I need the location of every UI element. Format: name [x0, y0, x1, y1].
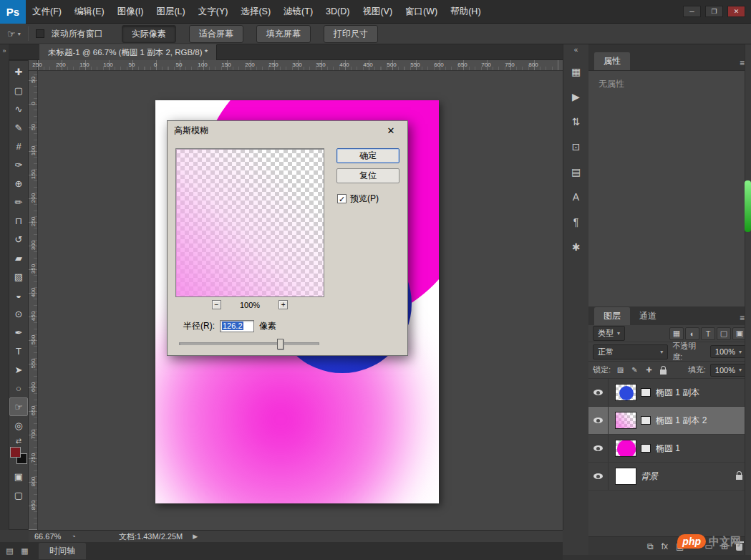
filter-adjustment-layers-icon[interactable]: ◐: [685, 327, 699, 340]
visibility-toggle[interactable]: [588, 379, 609, 406]
pen-tool[interactable]: ✒: [9, 323, 28, 342]
lock-position-icon[interactable]: ✚: [644, 365, 654, 375]
tab-timeline[interactable]: 时间轴: [39, 543, 86, 559]
clone-source-panel-icon[interactable]: ⊡: [567, 137, 586, 156]
gradient-tool[interactable]: ▧: [9, 267, 28, 286]
zoom-in-button[interactable]: +: [278, 300, 288, 309]
brush-panel-icon[interactable]: ⇅: [567, 112, 586, 131]
visibility-toggle[interactable]: [588, 435, 609, 462]
layer-row[interactable]: 椭圆 1 副本 2: [588, 407, 751, 435]
menu-item[interactable]: 文字(Y): [192, 0, 235, 24]
layer-row[interactable]: 椭圆 1 副本: [588, 379, 751, 407]
options-button[interactable]: 填充屏幕: [256, 25, 311, 43]
tab-channels[interactable]: 通道: [630, 307, 666, 325]
status-flyout-arrow[interactable]: ▶: [193, 533, 198, 540]
clone-stamp-tool[interactable]: ⊓: [9, 211, 28, 230]
layer-name[interactable]: 椭圆 1: [656, 443, 680, 455]
eyedropper-tool[interactable]: ✑: [9, 155, 28, 174]
menu-item[interactable]: 选择(S): [234, 0, 277, 24]
layer-thumbnail[interactable]: [615, 384, 636, 401]
layer-effects-icon[interactable]: fx: [662, 541, 668, 551]
tool-presets-panel-icon[interactable]: ✱: [567, 238, 586, 256]
dialog-title-bar[interactable]: 高斯模糊 ✕: [168, 121, 407, 140]
minimize-button[interactable]: ─: [683, 6, 701, 17]
visibility-toggle[interactable]: [588, 407, 609, 434]
tab-properties[interactable]: 属性: [594, 52, 630, 70]
layer-name[interactable]: 背景: [641, 470, 658, 483]
blur-tool[interactable]: ◒: [9, 286, 28, 304]
type-tool[interactable]: T: [9, 342, 28, 360]
menu-item[interactable]: 图像(I): [111, 0, 150, 24]
menu-item[interactable]: 滤镜(T): [277, 0, 319, 24]
layer-thumbnail[interactable]: [615, 412, 636, 429]
scrollbar-thumb[interactable]: [745, 180, 751, 232]
corner-icon-1[interactable]: ▤: [4, 546, 15, 557]
document-tab[interactable]: 未标题-1 @ 66.7% (椭圆 1 副本 2, RGB/8) *: [39, 44, 217, 60]
layer-name[interactable]: 椭圆 1 副本: [656, 387, 699, 399]
filter-type-layers-icon[interactable]: T: [701, 327, 715, 340]
close-button[interactable]: ✕: [727, 6, 745, 17]
restore-button[interactable]: ❐: [705, 6, 723, 17]
options-button[interactable]: 打印尺寸: [324, 25, 378, 43]
quick-mask-button[interactable]: ▣: [9, 467, 28, 486]
options-button[interactable]: 实际像素: [122, 25, 176, 43]
lock-pixels-icon[interactable]: ✎: [629, 365, 640, 375]
brush-tool[interactable]: ✏: [9, 193, 28, 211]
layer-row[interactable]: 椭圆 1: [588, 435, 751, 463]
adjustments-panel-icon[interactable]: ▦: [567, 62, 586, 81]
paragraph-panel-icon[interactable]: ¶: [567, 213, 586, 231]
filter-pixel-layers-icon[interactable]: ▦: [669, 327, 684, 340]
lock-all-icon[interactable]: [658, 365, 669, 375]
layer-thumbnail[interactable]: [615, 468, 636, 485]
screen-mode-button[interactable]: ▢: [9, 486, 28, 504]
vertical-ruler[interactable]: 5005010015020025030035040045050055060065…: [29, 71, 38, 530]
eraser-tool[interactable]: ▰: [9, 248, 28, 267]
character-panel-icon[interactable]: A: [567, 188, 586, 206]
layer-name[interactable]: 椭圆 1 副本 2: [656, 415, 707, 427]
visibility-toggle[interactable]: [588, 463, 609, 490]
expand-panels-icon[interactable]: «: [563, 44, 588, 56]
info-panel-icon[interactable]: ▤: [567, 163, 586, 181]
tools-collapse-strip[interactable]: »: [0, 44, 9, 530]
menu-item[interactable]: 帮助(H): [444, 0, 487, 24]
path-selection-tool[interactable]: ➤: [9, 360, 28, 379]
radius-slider[interactable]: [179, 342, 319, 345]
options-button[interactable]: 适合屏幕: [189, 25, 243, 43]
menu-item[interactable]: 图层(L): [150, 0, 191, 24]
blend-mode-select[interactable]: 正常 ▾: [593, 344, 668, 359]
move-tool[interactable]: ✚: [9, 62, 28, 81]
lock-transparency-icon[interactable]: ▨: [615, 365, 626, 375]
slider-thumb[interactable]: [277, 339, 284, 349]
tool-preset-picker[interactable]: ☞ ▾: [7, 29, 21, 39]
menu-item[interactable]: 文件(F): [26, 0, 68, 24]
layer-thumbnail[interactable]: [615, 440, 636, 457]
actions-panel-icon[interactable]: ▶: [567, 87, 586, 106]
foreground-color-swatch[interactable]: [10, 447, 21, 458]
reset-button[interactable]: 复位: [336, 168, 399, 183]
menu-item[interactable]: 窗口(W): [399, 0, 444, 24]
healing-brush-tool[interactable]: ⊕: [9, 174, 28, 193]
scroll-all-windows-checkbox[interactable]: [36, 29, 44, 38]
filter-shape-layers-icon[interactable]: ▢: [717, 327, 731, 340]
dodge-tool[interactable]: ⊙: [9, 304, 28, 323]
hand-tool[interactable]: ☞: [9, 397, 28, 416]
radius-input[interactable]: 126.2: [220, 320, 254, 332]
layer-row[interactable]: 背景: [588, 463, 751, 491]
history-brush-tool[interactable]: ↺: [9, 230, 28, 248]
dialog-close-icon[interactable]: ✕: [381, 125, 401, 136]
quick-selection-tool[interactable]: ✎: [9, 118, 28, 137]
ok-button[interactable]: 确定: [336, 148, 399, 163]
fill-select[interactable]: 100% ▾: [710, 364, 747, 377]
menu-item[interactable]: 视图(V): [356, 0, 399, 24]
filter-type-select[interactable]: 类型 ▾: [593, 326, 625, 341]
blur-preview-area[interactable]: [175, 148, 324, 297]
lasso-tool[interactable]: ∿: [9, 100, 28, 118]
preview-checkbox[interactable]: ✓: [337, 194, 347, 203]
zoom-level-field[interactable]: 66.67%: [34, 532, 61, 541]
corner-icon-2[interactable]: ▦: [19, 546, 30, 557]
zoom-out-button[interactable]: −: [212, 300, 221, 309]
ellipse-tool[interactable]: ○: [9, 379, 28, 397]
horizontal-ruler[interactable]: 2502001501005005010015020025030035040045…: [38, 60, 563, 71]
tab-layers[interactable]: 图层: [594, 307, 630, 325]
status-icon[interactable]: ◔: [71, 532, 76, 541]
